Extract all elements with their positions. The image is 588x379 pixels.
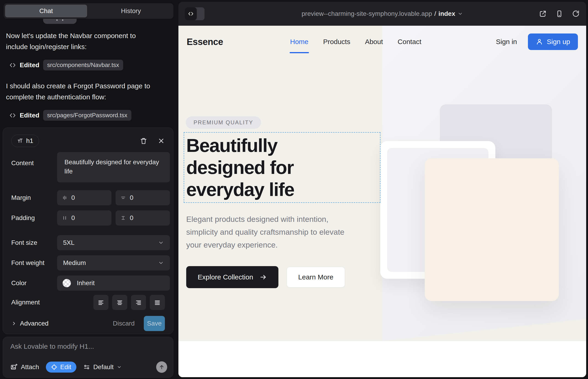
hero-headline[interactable]: Beautifully designed for everyday life — [186, 134, 380, 201]
scrolled-chip-peek — [43, 19, 77, 24]
mode-selector[interactable]: Default — [83, 363, 122, 371]
padding-vertical-icon — [120, 215, 126, 221]
save-button[interactable]: Save — [144, 316, 165, 331]
font-weight-select[interactable]: Medium — [57, 255, 170, 270]
align-right-button[interactable] — [131, 295, 146, 310]
align-left-button[interactable] — [93, 295, 108, 310]
premium-quality-badge: PREMIUM QUALITY — [186, 116, 261, 129]
discard-button[interactable]: Discard — [113, 320, 135, 327]
margin-x-value: 0 — [71, 194, 75, 201]
open-in-new-tab-button[interactable] — [539, 10, 547, 18]
align-justify-button[interactable] — [150, 295, 165, 310]
margin-label: Margin — [11, 194, 57, 201]
nav-link-products[interactable]: Products — [323, 38, 350, 46]
mobile-view-button[interactable] — [556, 10, 563, 18]
color-picker[interactable]: Inherit — [57, 276, 170, 291]
font-size-select[interactable]: 5XL — [57, 235, 170, 250]
type-icon — [17, 138, 23, 144]
decorative-card-beige — [425, 158, 559, 301]
chevron-down-icon — [158, 240, 164, 246]
chevron-right-icon — [11, 321, 17, 326]
close-editor-button[interactable] — [157, 137, 165, 144]
padding-label: Padding — [11, 214, 57, 222]
refresh-button[interactable] — [572, 10, 580, 18]
arrow-right-icon — [260, 273, 267, 281]
chat-messages: Now let's update the Navbar component to… — [6, 30, 170, 131]
trash-icon — [140, 137, 147, 145]
code-icon — [185, 7, 197, 20]
assistant-message: I should also create a Forgot Password p… — [6, 80, 158, 103]
url-bar[interactable]: preview--charming-site-symphony.lovable.… — [302, 10, 463, 17]
color-label: Color — [11, 279, 57, 287]
sign-in-button[interactable]: Sign in — [496, 38, 517, 46]
margin-y-value: 0 — [130, 194, 134, 201]
edit-mode-button[interactable]: Edit — [46, 362, 76, 373]
external-link-icon — [539, 10, 547, 18]
content-input[interactable]: Beautifully designed for everyday life — [57, 152, 170, 182]
element-tag-chip[interactable]: h1 — [11, 135, 39, 147]
advanced-toggle[interactable]: Advanced — [11, 320, 49, 327]
element-tag-label: h1 — [26, 137, 33, 144]
sign-up-button[interactable]: Sign up — [528, 33, 578, 50]
explore-collection-button[interactable]: Explore Collection — [186, 266, 279, 288]
font-size-value: 5XL — [63, 239, 75, 246]
padding-y-input[interactable]: 0 — [116, 210, 170, 225]
margin-x-input[interactable]: 0 — [57, 190, 111, 205]
nav-link-contact[interactable]: Contact — [398, 38, 421, 46]
attach-label: Attach — [21, 363, 39, 371]
edited-label: Edited — [20, 62, 39, 69]
browser-toolbar: preview--charming-site-symphony.lovable.… — [178, 2, 586, 26]
chat-composer[interactable]: Ask Lovable to modify H1... Attach Edit … — [3, 337, 173, 378]
edited-file-row: Edited src/pages/ForgotPassword.tsx — [9, 110, 170, 121]
assistant-message: Now let's update the Navbar component to… — [6, 30, 158, 52]
crosshair-icon — [51, 364, 57, 370]
tab-history[interactable]: History — [90, 5, 172, 17]
font-weight-label: Font weight — [11, 259, 57, 267]
font-weight-value: Medium — [63, 259, 86, 267]
tab-chat[interactable]: Chat — [5, 5, 87, 17]
hero-content: PREMIUM QUALITY Beautifully designed for… — [186, 26, 392, 377]
transparent-swatch-icon — [62, 279, 71, 287]
explore-collection-label: Explore Collection — [198, 273, 253, 281]
align-left-icon — [97, 299, 105, 306]
url-domain: preview--charming-site-symphony.lovable.… — [302, 10, 432, 17]
margin-y-input[interactable]: 0 — [116, 190, 170, 205]
close-icon — [157, 137, 165, 144]
refresh-icon — [572, 10, 580, 18]
mode-label: Default — [93, 363, 114, 371]
padding-x-value: 0 — [71, 214, 75, 222]
attach-image-icon — [10, 363, 18, 371]
align-center-icon — [116, 299, 123, 306]
nav-link-about[interactable]: About — [365, 38, 383, 46]
sign-up-label: Sign up — [547, 38, 570, 46]
arrow-up-icon — [159, 364, 165, 370]
align-center-button[interactable] — [112, 295, 127, 310]
smartphone-icon — [556, 10, 563, 18]
edited-file-pill[interactable]: src/pages/ForgotPassword.tsx — [43, 110, 132, 121]
padding-x-input[interactable]: 0 — [57, 210, 111, 225]
site-logo[interactable]: Essence — [187, 37, 223, 47]
code-icon — [9, 112, 16, 119]
sidebar-tabs: Chat History — [4, 3, 173, 19]
send-button[interactable] — [156, 361, 167, 373]
chat-sidebar: Chat History Now let's update the Navbar… — [0, 0, 177, 379]
advanced-label: Advanced — [20, 320, 49, 327]
align-right-icon — [135, 299, 142, 306]
edited-file-pill[interactable]: src/components/Navbar.tsx — [43, 60, 123, 70]
attach-button[interactable]: Attach — [10, 363, 39, 371]
font-size-label: Font size — [11, 239, 57, 246]
padding-horizontal-icon — [62, 215, 68, 221]
user-icon — [536, 38, 543, 46]
edit-label: Edit — [60, 363, 71, 371]
chevron-down-icon — [158, 260, 164, 266]
composer-placeholder[interactable]: Ask Lovable to modify H1... — [10, 343, 166, 350]
alignment-label: Alignment — [11, 299, 57, 306]
sliders-icon — [83, 364, 90, 371]
element-editor-panel: h1 Content Beautifully designed for ever… — [3, 127, 173, 334]
selected-element-outline[interactable]: Beautifully designed for everyday life — [184, 132, 380, 203]
learn-more-button[interactable]: Learn More — [287, 267, 345, 287]
content-label: Content — [11, 152, 57, 167]
nav-link-home[interactable]: Home — [290, 38, 309, 46]
code-preview-toggle[interactable] — [185, 7, 204, 20]
delete-element-button[interactable] — [140, 137, 147, 145]
